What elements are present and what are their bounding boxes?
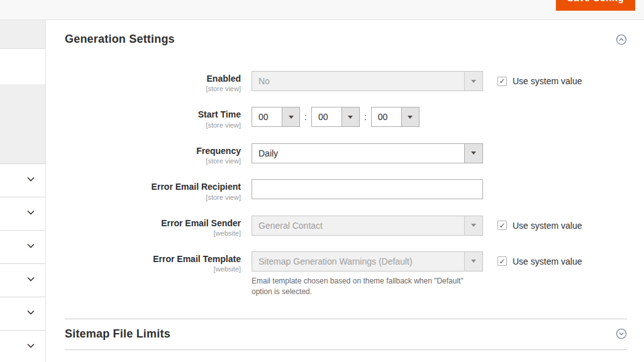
field-scope: [website] bbox=[65, 265, 241, 273]
field-scope: [store view] bbox=[65, 157, 241, 165]
sitemap-file-limits-header: Sitemap File Limits bbox=[65, 319, 627, 349]
error-email-recipient-input[interactable] bbox=[252, 179, 483, 199]
time-separator: : bbox=[364, 107, 367, 127]
dropdown-arrow-icon bbox=[464, 252, 482, 271]
field-scope: [website] bbox=[65, 229, 241, 237]
dropdown-arrow-icon bbox=[341, 107, 359, 126]
sidebar-expanded-group[interactable] bbox=[0, 84, 45, 164]
start-time-hour-select[interactable]: 00 bbox=[252, 107, 300, 127]
use-system-value-checkbox[interactable]: ✓ bbox=[497, 256, 507, 266]
field-error-email-sender: Error Email Sender [website] General Con… bbox=[65, 216, 627, 237]
field-frequency: Frequency [store view] Daily bbox=[65, 143, 627, 165]
field-note: Email template chosen based on theme fal… bbox=[252, 276, 483, 297]
chevron-down-icon bbox=[26, 174, 36, 187]
field-label: Error Email Sender bbox=[65, 219, 241, 228]
error-email-template-select[interactable]: Sitemap Generation Warnings (Default) bbox=[252, 251, 483, 272]
use-system-value-label: Use system value bbox=[513, 256, 582, 266]
chevron-down-circle-icon bbox=[616, 332, 627, 341]
field-label: Frequency bbox=[65, 146, 241, 156]
field-label: Error Email Recipient bbox=[65, 182, 241, 192]
dropdown-arrow-icon bbox=[464, 144, 482, 163]
collapse-section-button[interactable] bbox=[616, 34, 627, 45]
enabled-select[interactable]: No bbox=[252, 71, 483, 91]
field-error-email-recipient: Error Email Recipient [store view] bbox=[65, 179, 627, 200]
sidebar-group-2[interactable] bbox=[0, 197, 45, 231]
frequency-select[interactable]: Daily bbox=[252, 143, 483, 163]
chevron-down-icon bbox=[26, 307, 36, 320]
dropdown-arrow-icon bbox=[464, 72, 482, 90]
expand-section-button[interactable] bbox=[616, 328, 627, 339]
chevron-down-icon bbox=[26, 274, 36, 287]
field-error-email-template: Error Email Template [website] Sitemap G… bbox=[65, 251, 627, 297]
sidebar-group-1[interactable] bbox=[0, 164, 45, 197]
field-label: Start Time bbox=[65, 110, 241, 119]
use-system-value-label: Use system value bbox=[513, 76, 582, 86]
sidebar-group-3[interactable] bbox=[0, 231, 45, 264]
section-divider bbox=[65, 349, 627, 350]
start-time-second-select[interactable]: 00 bbox=[371, 107, 419, 127]
time-separator: : bbox=[304, 107, 307, 127]
field-start-time: Start Time [store view] 00 : 00 bbox=[65, 107, 627, 128]
sidebar-active-item[interactable] bbox=[0, 20, 45, 49]
dropdown-arrow-icon bbox=[282, 107, 299, 126]
sidebar-spacer bbox=[0, 49, 45, 84]
field-label: Enabled bbox=[65, 74, 241, 84]
dropdown-arrow-icon bbox=[464, 216, 482, 235]
use-system-value-checkbox[interactable]: ✓ bbox=[497, 221, 507, 230]
top-bar: Save Config bbox=[0, 0, 644, 19]
section-title-generation-settings: Generation Settings bbox=[65, 33, 175, 46]
sidebar-group-4[interactable] bbox=[0, 264, 45, 297]
field-scope: [store view] bbox=[65, 121, 241, 129]
save-config-button[interactable]: Save Config bbox=[556, 0, 635, 11]
use-system-value-label: Use system value bbox=[513, 221, 582, 231]
sidebar-group-5[interactable] bbox=[0, 297, 45, 331]
field-enabled: Enabled [store view] No ✓ Use system val… bbox=[65, 71, 627, 92]
start-time-minute-select[interactable]: 00 bbox=[311, 107, 360, 127]
chevron-down-icon bbox=[26, 241, 36, 253]
error-email-sender-select[interactable]: General Contact bbox=[252, 216, 483, 236]
sidebar-group-6[interactable] bbox=[0, 331, 45, 362]
use-system-value-checkbox[interactable]: ✓ bbox=[497, 77, 507, 86]
chevron-down-icon bbox=[26, 207, 36, 220]
settings-panel: Generation Settings Enabled [store view] bbox=[46, 20, 644, 362]
chevron-down-icon bbox=[26, 341, 36, 353]
field-scope: [store view] bbox=[65, 194, 241, 201]
field-scope: [store view] bbox=[65, 85, 241, 92]
field-label: Error Email Template bbox=[65, 255, 241, 264]
generation-settings-form: Enabled [store view] No ✓ Use system val… bbox=[65, 71, 627, 297]
config-nav-sidebar bbox=[0, 20, 46, 362]
generation-settings-header: Generation Settings bbox=[65, 33, 627, 46]
dropdown-arrow-icon bbox=[401, 107, 419, 126]
chevron-up-circle-icon bbox=[616, 38, 627, 47]
section-title-sitemap-file-limits: Sitemap File Limits bbox=[65, 327, 170, 341]
